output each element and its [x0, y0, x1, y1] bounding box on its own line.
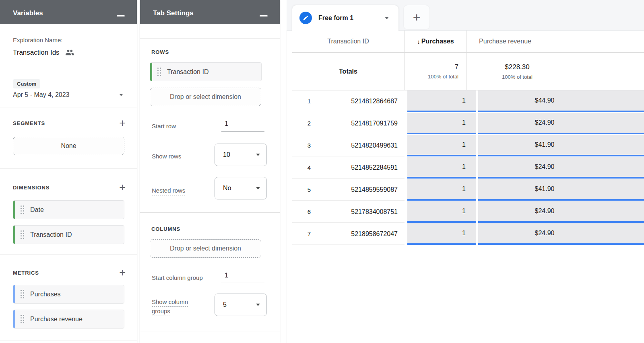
totals-revenue-pct: 100% of total [502, 74, 533, 80]
row-index: 5 [292, 186, 326, 193]
purchases-cell: 1 [407, 90, 476, 112]
transaction-id-value: 5214852284591 [326, 164, 405, 171]
date-range-value: Apr 5 - May 4, 2023 [13, 91, 70, 99]
metric-chip-purchase-revenue[interactable]: Purchase revenue [13, 310, 124, 329]
drag-handle-icon[interactable] [21, 230, 24, 239]
divider [0, 107, 137, 107]
add-dimension-button[interactable]: + [119, 183, 126, 191]
table-header-row: Transaction ID ↓ Purchases Purchase reve… [292, 31, 644, 53]
edit-tab-icon [299, 12, 312, 24]
dimensions-section-header: DIMENSIONS + [13, 183, 126, 191]
row-index: 2 [292, 120, 326, 127]
transaction-id-cell: 35214820499631 [292, 135, 405, 156]
minimize-variables-button[interactable] [117, 14, 126, 18]
exploration-name-value: Transaction Ids [13, 49, 60, 57]
chevron-down-icon [256, 154, 260, 156]
chip-label: Purchase revenue [30, 316, 83, 323]
purchases-cell: 1 [407, 113, 476, 134]
nested-rows-label: Nested rows [152, 186, 185, 195]
sort-descending-icon: ↓ [417, 38, 420, 45]
date-range-selector[interactable]: Apr 5 - May 4, 2023 [13, 91, 123, 99]
transaction-id-cell: 55214859559087 [292, 179, 405, 201]
drag-handle-icon[interactable] [157, 68, 161, 76]
totals-row: Totals 7 100% of total $228.30 100% of t… [292, 53, 644, 90]
dimension-accent-bar [13, 201, 15, 219]
column-header-purchase-revenue[interactable]: Purchase revenue [467, 31, 543, 52]
purchases-value: 1 [462, 185, 476, 193]
purchase-revenue-cell: $24.90 [478, 113, 644, 134]
table-row: 452148522845911$24.90 [292, 157, 644, 179]
plus-icon: + [413, 11, 421, 23]
start-column-group-input[interactable]: 1 [221, 272, 264, 283]
purchase-revenue-cell: $24.90 [478, 157, 644, 179]
divider [0, 67, 137, 67]
column-header-transaction-id[interactable]: Transaction ID [292, 31, 405, 52]
exploration-name[interactable]: Transaction Ids [13, 48, 74, 57]
row-index: 1 [292, 98, 326, 105]
chip-label: Transaction ID [30, 231, 72, 238]
add-metric-button[interactable]: + [119, 269, 126, 277]
metric-accent-bar [13, 285, 15, 303]
totals-purchases-cell: 7 100% of total [405, 53, 467, 90]
drag-handle-icon[interactable] [21, 205, 24, 214]
tab-settings-panel-title: Tab Settings [153, 9, 194, 17]
totals-label: Totals [292, 53, 405, 90]
totals-purchases-value: 7 [455, 64, 458, 71]
segments-section-header: SEGMENTS + [13, 119, 126, 127]
dimension-chip-transaction-id[interactable]: Transaction ID [13, 225, 124, 244]
table-row: 552148595590871$41.90 [292, 179, 644, 201]
transaction-id-cell: 25214817091759 [292, 113, 405, 134]
show-rows-select[interactable]: 10 [215, 144, 267, 166]
metric-chip-purchases[interactable]: Purchases [13, 285, 124, 304]
tab-free-form-1[interactable]: Free form 1 [292, 5, 398, 31]
nested-rows-select[interactable]: No [215, 177, 267, 199]
chevron-down-icon[interactable] [385, 17, 389, 19]
date-range-badge: Custom [13, 79, 40, 88]
chevron-down-icon [256, 304, 260, 306]
segments-drop-zone[interactable]: None [13, 137, 124, 155]
columns-drop-zone[interactable]: Drop or select dimension [150, 239, 261, 258]
chip-label: Date [30, 206, 44, 214]
add-segment-button[interactable]: + [119, 119, 126, 127]
show-rows-value: 10 [223, 151, 230, 158]
rows-dimension-chip[interactable]: Transaction ID [150, 62, 262, 81]
show-column-groups-select[interactable]: 5 [215, 294, 267, 316]
purchases-value: 1 [462, 207, 476, 215]
divider [140, 38, 280, 39]
table-row: 752189586720471$24.90 [292, 223, 644, 245]
tab-settings-panel: Tab Settings ROWS Transaction ID Drop or… [140, 0, 280, 343]
transaction-id-value: 5218958672047 [326, 230, 405, 238]
transaction-id-value: 5214820499631 [326, 142, 405, 149]
drag-handle-icon[interactable] [21, 290, 24, 298]
start-column-group-label: Start column group [152, 274, 203, 281]
dimension-chip-date[interactable]: Date [13, 200, 124, 219]
row-index: 3 [292, 142, 326, 149]
purchases-value: 1 [462, 119, 476, 126]
columns-section-label: COLUMNS [151, 226, 180, 232]
transaction-id-value: 5217834008751 [326, 208, 405, 216]
rows-drop-zone[interactable]: Drop or select dimension [150, 88, 261, 106]
variables-panel: Variables Exploration Name: Transaction … [0, 0, 137, 343]
exploration-name-label: Exploration Name: [13, 37, 62, 43]
dimensions-label: DIMENSIONS [13, 185, 50, 191]
purchase-revenue-cell: $41.90 [478, 135, 644, 156]
column-header-purchases[interactable]: ↓ Purchases [405, 31, 467, 52]
metrics-section-header: METRICS + [13, 269, 126, 277]
start-row-input[interactable]: 1 [221, 120, 264, 131]
drag-handle-icon[interactable] [21, 315, 24, 323]
purchases-value: 1 [462, 163, 476, 170]
transaction-id-cell: 15214812864687 [292, 90, 405, 112]
add-tab-button[interactable]: + [404, 5, 429, 29]
table-rows: 152148128646871$44.90252148170917591$24.… [292, 90, 644, 245]
purchase-revenue-value: $24.90 [478, 119, 611, 126]
transaction-id-cell: 45214852284591 [292, 157, 405, 179]
show-rows-label: Show rows [152, 152, 181, 161]
transaction-id-cell: 65217834008751 [292, 201, 405, 223]
purchase-revenue-cell: $24.90 [478, 201, 644, 223]
divider [0, 255, 137, 255]
purchases-value: 1 [462, 141, 476, 148]
chevron-down-icon [256, 187, 260, 189]
metrics-label: METRICS [13, 270, 39, 276]
purchase-revenue-cell: $41.90 [478, 179, 644, 201]
minimize-tab-settings-button[interactable] [260, 14, 268, 18]
